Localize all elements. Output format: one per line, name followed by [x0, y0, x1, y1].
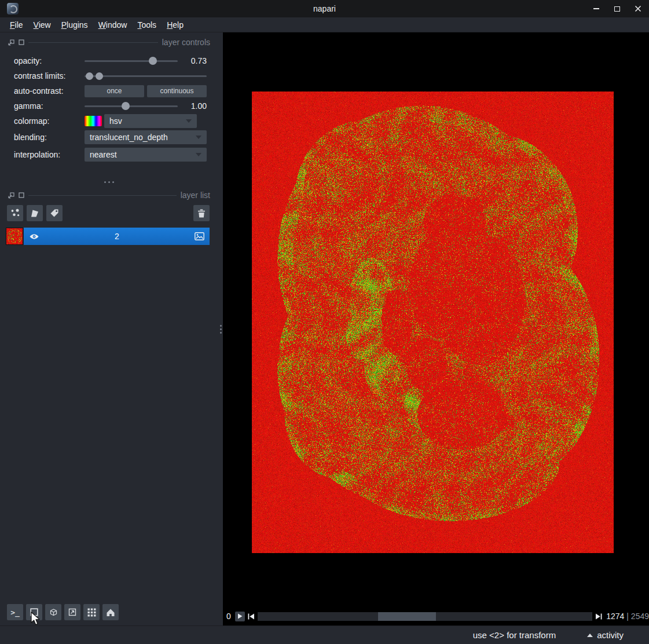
- gamma-slider-track[interactable]: [85, 105, 178, 107]
- gamma-row: gamma: 1.00: [0, 98, 218, 114]
- layer-list-header: layer list: [0, 185, 218, 201]
- frame-slider[interactable]: [258, 612, 592, 621]
- eye-icon: [29, 233, 39, 240]
- interpolation-label: interpolation:: [14, 150, 85, 159]
- opacity-slider[interactable]: [85, 56, 178, 65]
- console-icon: >_: [10, 608, 20, 617]
- trash-icon: [197, 209, 206, 218]
- home-reset-view-button[interactable]: [102, 604, 119, 620]
- menu-plugins[interactable]: Plugins: [56, 19, 93, 31]
- gamma-value: 1.00: [182, 101, 207, 111]
- chevron-down-icon: [186, 119, 192, 123]
- shapes-icon: [30, 208, 39, 218]
- hide-panel-button[interactable]: [19, 192, 24, 198]
- layer-row-image-2[interactable]: 2: [6, 228, 210, 245]
- viewer-buttons-toolbar: >_: [0, 604, 218, 625]
- frame-counter: 1274 | 2549: [605, 612, 649, 621]
- menu-help[interactable]: Help: [162, 19, 189, 31]
- opacity-slider-handle[interactable]: [149, 57, 157, 65]
- close-button[interactable]: [634, 5, 642, 13]
- menu-view[interactable]: View: [28, 19, 56, 31]
- interpolation-row: interpolation: nearest: [0, 146, 218, 163]
- layer-row-selected-area[interactable]: 2: [24, 228, 210, 245]
- grid-icon: [87, 608, 96, 617]
- total-frames: 2549: [631, 612, 649, 621]
- frame-separator: |: [624, 612, 630, 621]
- contrast-limits-row: contrast limits:: [0, 68, 218, 83]
- points-icon: [10, 208, 20, 218]
- float-panel-icon: [8, 192, 14, 199]
- gamma-label: gamma:: [14, 101, 85, 111]
- console-button[interactable]: >_: [7, 604, 23, 620]
- menu-file[interactable]: File: [5, 19, 28, 31]
- blending-row: blending: translucent_no_depth: [0, 129, 218, 146]
- hide-panel-button[interactable]: [19, 39, 24, 45]
- current-frame: 1274: [606, 612, 624, 621]
- interpolation-dropdown[interactable]: nearest: [85, 148, 207, 162]
- new-labels-layer-button[interactable]: [46, 205, 63, 221]
- gamma-slider-handle[interactable]: [122, 102, 130, 110]
- layer-controls-title: layer controls: [162, 38, 210, 47]
- layer-controls-body: opacity: 0.73 contrast limits:: [0, 48, 218, 163]
- roll-dimensions-button[interactable]: [45, 604, 61, 620]
- home-icon: [106, 608, 115, 617]
- napari-logo-icon: [7, 3, 19, 14]
- transpose-icon: [68, 608, 77, 617]
- panel-canvas-splitter-handle[interactable]: [218, 32, 223, 625]
- chevron-down-icon: [196, 153, 201, 156]
- minimize-button[interactable]: [592, 5, 600, 13]
- float-panel-button[interactable]: [8, 192, 14, 199]
- new-shapes-layer-button[interactable]: [27, 205, 43, 221]
- activity-button[interactable]: activity: [587, 630, 624, 640]
- play-button[interactable]: [235, 612, 245, 621]
- menu-tools[interactable]: Tools: [132, 19, 162, 31]
- titlebar: napari: [0, 0, 649, 17]
- colormap-dropdown[interactable]: hsv: [104, 114, 197, 128]
- layer-list-title: layer list: [181, 191, 210, 200]
- delete-layer-button[interactable]: [193, 205, 210, 221]
- window-title: napari: [0, 4, 649, 13]
- jump-to-start-button[interactable]: [248, 613, 255, 620]
- jump-to-end-button[interactable]: [595, 613, 602, 620]
- colormap-value: hsv: [109, 116, 122, 126]
- colormap-row: colormap: hsv: [0, 114, 218, 129]
- ndisplay-toggle-button[interactable]: [26, 604, 42, 620]
- activity-label: activity: [597, 630, 624, 640]
- layer-name: 2: [39, 232, 195, 241]
- transpose-dimensions-button[interactable]: [64, 604, 80, 620]
- header-divider: [28, 195, 177, 196]
- cube-icon: [49, 608, 58, 617]
- dimension-axis-label: 0: [225, 612, 232, 621]
- gamma-slider[interactable]: [85, 101, 178, 111]
- auto-contrast-once-button[interactable]: once: [85, 85, 144, 97]
- grid-view-button[interactable]: [83, 604, 100, 620]
- hide-panel-icon: [19, 192, 24, 198]
- menu-window[interactable]: Window: [93, 19, 133, 31]
- auto-contrast-continuous-button[interactable]: continuous: [147, 85, 207, 97]
- float-panel-icon: [8, 39, 14, 46]
- contrast-limits-high-handle[interactable]: [96, 72, 103, 80]
- opacity-value: 0.73: [182, 56, 207, 65]
- interpolation-value: nearest: [90, 150, 117, 159]
- viewer-canvas-area[interactable]: 0 1274 | 2549: [223, 32, 649, 625]
- play-icon: [237, 613, 243, 619]
- contrast-limits-low-handle[interactable]: [86, 72, 93, 80]
- skip-end-icon: [595, 613, 602, 620]
- maximize-button[interactable]: [613, 5, 621, 13]
- new-points-layer-button[interactable]: [7, 205, 23, 221]
- opacity-slider-track[interactable]: [85, 60, 178, 62]
- chevron-down-icon: [196, 136, 201, 139]
- contrast-limits-slider[interactable]: [85, 71, 207, 80]
- dock-splitter-handle[interactable]: [0, 178, 218, 185]
- frame-slider-handle[interactable]: [378, 612, 436, 621]
- layer-buttons-row: [0, 201, 218, 221]
- blending-dropdown[interactable]: translucent_no_depth: [85, 130, 207, 144]
- blending-label: blending:: [14, 133, 85, 142]
- maximize-icon: [614, 6, 620, 12]
- layer-visibility-button[interactable]: [29, 233, 39, 240]
- minimize-icon: [593, 8, 599, 9]
- transform-hint-text: use <2> for transform: [473, 630, 556, 640]
- image-layer-canvas[interactable]: [252, 92, 614, 553]
- layer-controls-header: layer controls: [0, 32, 218, 48]
- float-panel-button[interactable]: [8, 39, 14, 46]
